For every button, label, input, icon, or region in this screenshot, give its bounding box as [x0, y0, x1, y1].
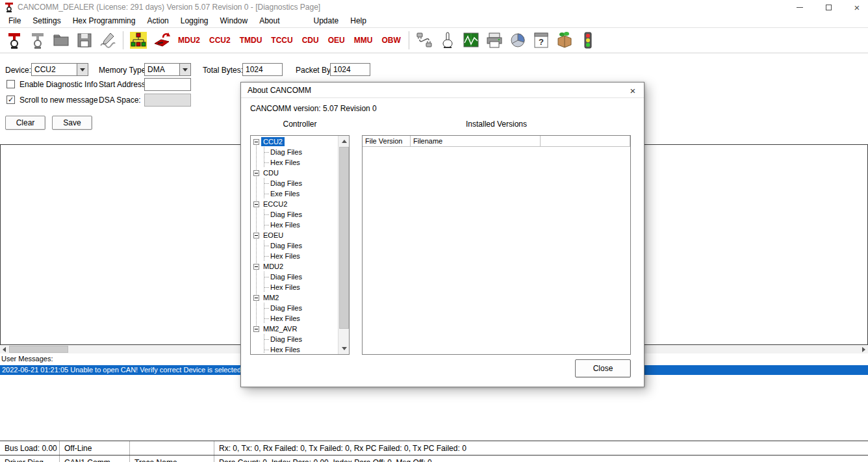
tree-leaf-exe-files[interactable]: Exe Files	[251, 188, 338, 199]
tree-leaf-diag-files[interactable]: Diag Files	[251, 303, 338, 313]
enable-diagnostic-checkbox[interactable]	[6, 80, 15, 88]
tree-scrollbar[interactable]	[338, 136, 349, 354]
tree-node-ccu2[interactable]: CCU2	[251, 136, 338, 147]
toolbar-device-mdu2[interactable]: MDU2	[178, 36, 200, 45]
print-button[interactable]	[483, 29, 506, 51]
menu-hex-programming[interactable]: Hex Programming	[67, 14, 142, 27]
tree-leaf-label[interactable]: Hex Files	[270, 221, 300, 229]
tree-node-label[interactable]: MDU2	[261, 262, 285, 271]
tree-scrollbar-thumb[interactable]	[339, 147, 349, 329]
tree-leaf-label[interactable]: Diag Files	[270, 211, 302, 218]
menu-logging[interactable]: Logging	[175, 14, 214, 27]
tree-leaf-diag-files[interactable]: Diag Files	[251, 272, 338, 282]
tree-node-label[interactable]: ECCU2	[261, 199, 289, 209]
tree-node-mm2[interactable]: MM2	[251, 292, 338, 303]
menu-help[interactable]: Help	[344, 14, 372, 27]
clear-button[interactable]: Clear	[5, 116, 45, 130]
tree-leaf-label[interactable]: Diag Files	[270, 304, 302, 312]
chevron-down-icon[interactable]	[179, 64, 190, 75]
monitor-button[interactable]	[459, 29, 483, 51]
collapse-icon[interactable]	[253, 170, 259, 176]
tree-scroll-up-button[interactable]	[338, 136, 350, 147]
toolbar-device-obw[interactable]: OBW	[381, 36, 400, 45]
packet-bytes-input[interactable]	[330, 63, 370, 76]
tree-leaf-diag-files[interactable]: Diag Files	[251, 147, 338, 157]
toolbar-device-ccu2[interactable]: CCU2	[209, 36, 231, 45]
toolbar-device-cdu[interactable]: CDU	[302, 36, 319, 45]
tree-leaf-diag-files[interactable]: Diag Files	[251, 178, 338, 188]
plug-button[interactable]	[413, 29, 436, 51]
tree-node-label[interactable]: EOEU	[261, 231, 285, 240]
tree-leaf-diag-files[interactable]: Diag Files	[251, 209, 338, 220]
toolbar-device-tccu[interactable]: TCCU	[271, 36, 292, 45]
pointer-hand-button[interactable]	[436, 29, 459, 51]
menu-window[interactable]: Window	[214, 14, 253, 27]
tree-node-mm2_avr[interactable]: MM2_AVR	[251, 324, 338, 334]
help-form-button[interactable]: ?	[530, 29, 553, 51]
tree-leaf-hex-files[interactable]: Hex Files	[251, 282, 338, 292]
menu-file[interactable]: File	[3, 14, 27, 27]
collapse-icon[interactable]	[253, 233, 259, 238]
memory-type-select[interactable]: DMA	[144, 63, 191, 76]
tree-leaf-label[interactable]: Hex Files	[270, 283, 300, 291]
tree-node-mdu2[interactable]: MDU2	[251, 261, 338, 272]
open-file-button[interactable]	[49, 29, 73, 51]
edit-signature-button[interactable]	[96, 29, 120, 51]
toolbar-device-mmu[interactable]: MMU	[354, 36, 373, 45]
tree-leaf-label[interactable]: Diag Files	[270, 273, 302, 281]
connect-button[interactable]	[3, 29, 26, 51]
tree-leaf-label[interactable]: Diag Files	[270, 179, 302, 187]
tree-leaf-hex-files[interactable]: Hex Files	[251, 220, 338, 230]
toolbar-device-oeu[interactable]: OEU	[328, 36, 345, 45]
tree-leaf-label[interactable]: Hex Files	[270, 252, 300, 260]
scrollbar-thumb[interactable]	[9, 346, 68, 353]
save-file-button[interactable]	[73, 29, 96, 51]
hex-programming-button[interactable]	[150, 29, 173, 51]
column-header-filename[interactable]: Filename	[411, 136, 541, 146]
tree-leaf-hex-files[interactable]: Hex Files	[251, 344, 338, 353]
menu-settings[interactable]: Settings	[27, 14, 66, 27]
maximize-button[interactable]	[813, 0, 843, 14]
collapse-icon[interactable]	[253, 201, 259, 207]
scroll-checkbox[interactable]: ✓	[6, 96, 15, 104]
tree-node-eccu2[interactable]: ECCU2	[251, 199, 338, 209]
tree-node-eoeu[interactable]: EOEU	[251, 230, 338, 240]
device-select[interactable]: CCU2	[31, 63, 88, 76]
scroll-left-button[interactable]	[0, 345, 8, 353]
chevron-down-icon[interactable]	[77, 64, 88, 75]
save-button[interactable]: Save	[52, 116, 92, 130]
tree-node-label[interactable]: CDU	[261, 168, 281, 177]
tree-leaf-label[interactable]: Hex Files	[270, 159, 300, 166]
pie-chart-button[interactable]	[506, 29, 530, 51]
column-header-file-version[interactable]: File Version	[363, 136, 411, 146]
tree-node-label[interactable]: MM2_AVR	[261, 324, 299, 333]
total-bytes-input[interactable]	[242, 63, 283, 76]
tree-leaf-label[interactable]: Diag Files	[270, 335, 302, 343]
menu-about[interactable]: About	[253, 14, 285, 27]
collapse-icon[interactable]	[253, 139, 259, 145]
tree-leaf-label[interactable]: Diag Files	[270, 148, 302, 156]
controller-tree[interactable]: CCU2Diag FilesHex FilesCDUDiag FilesExe …	[250, 135, 350, 355]
tree-node-label[interactable]: MM2	[261, 293, 281, 302]
tree-leaf-hex-files[interactable]: Hex Files	[251, 251, 338, 261]
dialog-close-action-button[interactable]: Close	[575, 359, 631, 378]
tree-leaf-diag-files[interactable]: Diag Files	[251, 334, 338, 344]
minimize-button[interactable]	[785, 0, 815, 14]
tree-leaf-label[interactable]: Exe Files	[270, 190, 300, 198]
package-button[interactable]	[553, 29, 576, 51]
toolbar-device-tmdu[interactable]: TMDU	[240, 36, 262, 45]
scroll-right-button[interactable]	[860, 345, 868, 353]
tree-node-cdu[interactable]: CDU	[251, 168, 338, 178]
close-button[interactable]: ×	[842, 0, 868, 14]
tree-leaf-hex-files[interactable]: Hex Files	[251, 313, 338, 324]
dialog-close-button[interactable]: ×	[626, 84, 640, 97]
collapse-icon[interactable]	[253, 326, 259, 332]
collapse-icon[interactable]	[253, 295, 259, 301]
tree-leaf-hex-files[interactable]: Hex Files	[251, 157, 338, 168]
tree-leaf-label[interactable]: Hex Files	[270, 346, 300, 353]
menu-action[interactable]: Action	[141, 14, 174, 27]
installed-versions-list[interactable]: File Version Filename	[362, 135, 631, 355]
menu-update[interactable]: Update	[308, 14, 345, 27]
network-button[interactable]	[127, 29, 150, 51]
tree-scroll-down-button[interactable]	[338, 343, 350, 354]
